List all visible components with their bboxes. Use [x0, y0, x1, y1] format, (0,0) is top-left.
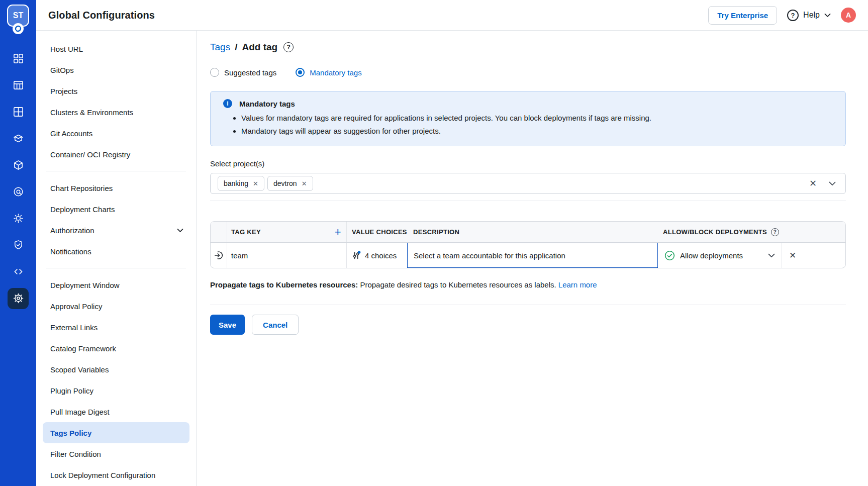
save-button[interactable]: Save — [210, 315, 245, 335]
table-header-value-choices: VALUE CHOICES — [347, 222, 407, 242]
value-choices-icon — [352, 251, 361, 260]
security-shield-icon[interactable] — [0, 232, 36, 258]
value-choices-count: 4 choices — [365, 251, 397, 260]
sidebar-item-host-url[interactable]: Host URL — [43, 38, 189, 59]
chevron-down-icon — [768, 253, 775, 258]
radio-label: Suggested tags — [224, 68, 276, 77]
info-icon: i — [223, 99, 232, 108]
resource-browser-icon[interactable] — [0, 205, 36, 232]
sidebar-item-chart-repositories[interactable]: Chart Repositories — [43, 177, 189, 199]
table-header-row: TAG KEY + VALUE CHOICES DESCRIPTION ALLO… — [211, 222, 845, 243]
help-menu[interactable]: ? Help — [787, 10, 831, 21]
table-header-allow-block: ALLOW/BLOCK DEPLOYMENTS ? — [658, 222, 845, 242]
learn-more-link[interactable]: Learn more — [558, 280, 597, 289]
packages-icon[interactable] — [0, 152, 36, 178]
sidebar-item-scoped-variables[interactable]: Scoped Variables — [43, 359, 189, 380]
column-label: TAG KEY — [231, 228, 261, 236]
help-icon[interactable]: ? — [283, 42, 294, 52]
code-icon[interactable] — [0, 258, 36, 285]
help-icon[interactable]: ? — [771, 228, 779, 236]
helm-charts-icon[interactable] — [0, 125, 36, 152]
sidebar-item-projects[interactable]: Projects — [43, 80, 189, 102]
app-logo[interactable]: ST — [7, 5, 30, 36]
mandatory-tags-info-box: i Mandatory tags Values for mandatory ta… — [210, 91, 846, 146]
rail-icon-list — [0, 45, 36, 312]
sidebar-item-plugin-policy[interactable]: Plugin Policy — [43, 380, 189, 401]
breadcrumb: Tags / Add tag ? — [210, 42, 846, 53]
help-icon: ? — [787, 10, 799, 21]
allow-check-icon — [664, 250, 675, 261]
info-bullet: Values for mandatory tags are required f… — [241, 112, 835, 125]
sidebar-item-container-oci-registry[interactable]: Container/ OCI Registry — [43, 144, 189, 165]
radio-circle-icon — [210, 68, 219, 77]
sidebar-item-git-accounts[interactable]: Git Accounts — [43, 123, 189, 144]
app-groups-icon[interactable] — [0, 99, 36, 125]
bulk-edit-icon[interactable] — [0, 178, 36, 205]
add-tag-row-button[interactable]: + — [335, 227, 341, 238]
sidebar-item-filter-condition[interactable]: Filter Condition — [43, 443, 189, 464]
breadcrumb-current: Add tag — [242, 42, 277, 53]
chevron-down-icon[interactable] — [829, 181, 836, 186]
value-choices-cell[interactable]: 4 choices — [347, 243, 407, 268]
propagate-note-text: Propagate desired tags to Kubernetes res… — [360, 280, 556, 289]
sidebar-item-deployment-charts[interactable]: Deployment Charts — [43, 199, 189, 220]
radio-suggested-tags[interactable]: Suggested tags — [210, 68, 276, 77]
selected-rail-highlight — [8, 288, 29, 309]
sidebar-item-catalog-framework[interactable]: Catalog Framework — [43, 338, 189, 359]
avatar[interactable]: A — [841, 8, 856, 23]
sidebar-item-notifications[interactable]: Notifications — [43, 241, 189, 262]
sidebar-item-gitops[interactable]: GitOps — [43, 59, 189, 80]
delete-row-icon[interactable]: ✕ — [789, 251, 796, 260]
apps-grid-icon[interactable] — [0, 45, 36, 72]
try-enterprise-button[interactable]: Try Enterprise — [708, 6, 777, 25]
chip-label: devtron — [273, 179, 297, 187]
propagate-note: Propagate tags to Kubernetes resources: … — [210, 279, 846, 290]
top-header: Global Configurations Try Enterprise ? H… — [36, 0, 868, 31]
config-sidebar: Host URL GitOps Projects Clusters & Envi… — [36, 31, 197, 486]
section-divider — [210, 201, 846, 201]
info-box-header: i Mandatory tags — [223, 99, 835, 108]
cancel-button[interactable]: Cancel — [252, 315, 299, 335]
primary-sidebar: ST — [0, 0, 36, 486]
allow-block-dropdown[interactable]: Allow deployments — [658, 243, 782, 268]
clear-selection-icon[interactable]: ✕ — [809, 179, 817, 188]
sidebar-item-approval-policy[interactable]: Approval Policy — [43, 296, 189, 317]
radio-mandatory-tags[interactable]: Mandatory tags — [296, 68, 361, 77]
sidebar-item-authorization[interactable]: Authorization — [43, 220, 189, 241]
mandatory-tags-table: TAG KEY + VALUE CHOICES DESCRIPTION ALLO… — [210, 221, 846, 268]
breadcrumb-separator: / — [235, 42, 237, 53]
sidebar-item-external-links[interactable]: External Links — [43, 317, 189, 338]
column-label: ALLOW/BLOCK DEPLOYMENTS — [663, 228, 767, 236]
radio-label: Mandatory tags — [310, 68, 361, 77]
sidebar-item-tags-policy[interactable]: Tags Policy — [43, 422, 189, 443]
propagate-tag-cell[interactable] — [211, 243, 227, 268]
project-chip-banking: banking ✕ — [218, 176, 264, 191]
table-header-spacer — [211, 222, 227, 242]
chip-label: banking — [224, 179, 248, 187]
radio-circle-icon — [296, 68, 305, 77]
breadcrumb-tags-link[interactable]: Tags — [210, 42, 230, 53]
sidebar-item-deployment-window[interactable]: Deployment Window — [43, 274, 189, 296]
remove-chip-icon[interactable]: ✕ — [253, 180, 258, 187]
form-actions: Save Cancel — [210, 315, 846, 335]
sidebar-item-pull-image-digest[interactable]: Pull Image Digest — [43, 401, 189, 422]
sidebar-item-clusters-environments[interactable]: Clusters & Environments — [43, 102, 189, 123]
chevron-down-icon — [824, 13, 831, 18]
sidebar-item-lock-deployment-configuration[interactable]: Lock Deployment Configuration — [43, 464, 189, 485]
select-projects-label: Select project(s) — [210, 159, 846, 168]
remove-chip-icon[interactable]: ✕ — [302, 180, 307, 187]
header-actions: Try Enterprise ? Help A — [708, 6, 856, 25]
main-content: Tags / Add tag ? Suggested tags Mandator… — [197, 31, 868, 486]
nav-divider — [46, 268, 186, 268]
project-chip-devtron: devtron ✕ — [267, 176, 313, 191]
sidebar-item-label: Authorization — [50, 226, 94, 235]
propagate-note-bold: Propagate tags to Kubernetes resources: — [210, 280, 358, 289]
chevron-down-icon — [177, 228, 183, 233]
jobs-icon[interactable] — [0, 72, 36, 99]
project-multiselect[interactable]: banking ✕ devtron ✕ ✕ — [210, 173, 846, 194]
tag-key-cell[interactable]: team — [227, 243, 347, 268]
nav-divider — [46, 171, 186, 171]
description-input[interactable]: Select a team accountable for this appli… — [407, 243, 658, 268]
global-config-gear-icon[interactable] — [0, 285, 36, 312]
info-box-title: Mandatory tags — [239, 100, 295, 108]
